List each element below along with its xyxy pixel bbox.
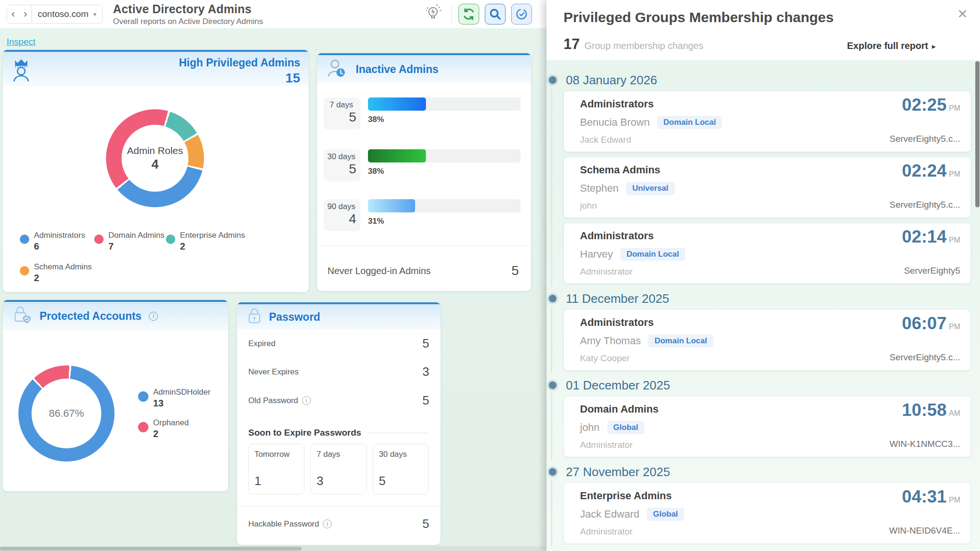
search-button[interactable]: [485, 4, 506, 24]
timeline-dot-icon: [549, 468, 556, 476]
nav-arrows: ‹ ›: [7, 5, 32, 24]
membership-change-card[interactable]: Administrators Harvey Domain Local Admin…: [564, 223, 971, 284]
admin-crown-icon: [11, 58, 32, 84]
legend-dot-orphaned: [138, 422, 148, 432]
divider: [237, 506, 441, 506]
timeline-dot-icon: [549, 295, 556, 302]
timeline-date: 11 December 2025: [547, 289, 980, 308]
horizontal-scrollbar-thumb[interactable]: [0, 547, 302, 551]
panel-title: Privileged Groups Membership changes: [564, 9, 963, 25]
card-title: Password: [269, 311, 320, 324]
page-header: ‹ › contoso.com ▾ Active Directory Admin…: [0, 0, 547, 28]
vertical-scrollbar-thumb[interactable]: [975, 61, 980, 207]
legend-item[interactable]: Administrators 6: [20, 231, 94, 252]
password-expired-row[interactable]: Expired 5: [248, 336, 429, 351]
horizontal-scrollbar[interactable]: [0, 546, 547, 551]
toolbar-divider: [451, 5, 452, 24]
scheduled-reports-button[interactable]: [511, 4, 532, 24]
refresh-button[interactable]: [458, 4, 479, 24]
inactive-row-7-days[interactable]: 7 days 5 38%: [324, 97, 521, 130]
changes-count: 17: [564, 36, 580, 53]
arrow-right-icon: ▸: [932, 42, 936, 50]
bar-fill-90-days: [368, 199, 415, 212]
change-time: 10:58: [902, 400, 947, 420]
inactive-admins-card[interactable]: Inactive Admins 7 days 5 38%: [317, 53, 531, 291]
membership-change-card[interactable]: Domain Admins john Global Administrator …: [564, 397, 971, 457]
page-title: Active Directory Admins: [113, 2, 263, 16]
donut-legend: Administrators 6 Domain Admins 7 Enterpr…: [20, 231, 293, 284]
protected-accounts-donut-chart[interactable]: 86.67%: [18, 365, 114, 462]
divider: [317, 246, 531, 246]
high-privileged-admins-card[interactable]: High Privileged Admins 15 Admin Roles 4 …: [3, 50, 309, 292]
protected-accounts-card[interactable]: Protected Accounts i 86.67% AdminSDHolde…: [3, 300, 228, 491]
info-icon[interactable]: i: [302, 396, 311, 405]
bar-fill-30-days: [368, 149, 426, 162]
domain-selector[interactable]: contoso.com ▾: [32, 5, 103, 24]
membership-change-card[interactable]: Enterprise Admins Jack Edward Global Adm…: [564, 483, 971, 543]
member-name: Stephen: [580, 182, 619, 194]
membership-change-card[interactable]: Administrators Benucia Brown Domain Loca…: [564, 91, 971, 152]
inactive-row-90-days[interactable]: 90 days 4 31%: [324, 199, 521, 231]
screen: ‹ › contoso.com ▾ Active Directory Admin…: [0, 0, 980, 551]
membership-change-card[interactable]: Schema Admins Stephen Universal john 02:…: [564, 157, 971, 218]
host-name: ServerEighty5.c...: [890, 134, 960, 144]
timeline-scroll-area[interactable]: 08 January 2026 Administrators Benucia B…: [547, 60, 980, 551]
soon-30-days-card[interactable]: 30 days 5: [373, 444, 429, 494]
host-name: ServerEighty5.c...: [890, 200, 960, 210]
explore-full-report-link[interactable]: Explore full report▸: [847, 41, 936, 51]
host-name: WIN-K1NMCC3...: [890, 439, 960, 449]
legend-item[interactable]: Schema Admins 2: [20, 262, 94, 284]
legend-item[interactable]: AdminSDHolder 13: [138, 388, 211, 409]
legend-item[interactable]: Domain Admins 7: [94, 231, 166, 252]
inspect-link[interactable]: Inspect: [7, 37, 35, 47]
insights-idea-icon[interactable]: [424, 4, 443, 24]
hackable-password-row[interactable]: Hackable Password i 5: [248, 517, 429, 531]
member-name: Amy Thomas: [580, 335, 641, 347]
inactive-user-icon: [327, 58, 348, 80]
timeline-group: 08 January 2026 Administrators Benucia B…: [547, 71, 980, 284]
card-title: Inactive Admins: [356, 63, 439, 76]
host-name: ServerEighty5.c...: [890, 352, 960, 363]
info-icon[interactable]: i: [149, 312, 158, 321]
back-button[interactable]: ‹: [7, 5, 19, 23]
password-old-row[interactable]: Old Password i 5: [248, 393, 429, 408]
scope-badge: Domain Local: [621, 248, 685, 261]
legend-dot-schema-admins: [20, 266, 29, 276]
close-icon[interactable]: ✕: [957, 7, 968, 22]
forward-button[interactable]: ›: [19, 5, 32, 23]
member-name: Jack Edward: [580, 508, 639, 520]
dashboard-content: Inspect High Privileged Admins 15: [0, 28, 547, 551]
change-time: 02:25: [902, 95, 947, 114]
host-name: ServerEighty5: [904, 266, 960, 276]
domain-label: contoso.com: [38, 9, 89, 19]
password-never-expires-row[interactable]: Never Expires 3: [248, 365, 429, 379]
donut-center-value: 4: [151, 157, 158, 172]
admin-roles-donut-chart[interactable]: Admin Roles 4: [106, 109, 204, 207]
scope-badge: Global: [607, 421, 645, 434]
membership-changes-panel: Privileged Groups Membership changes ✕ 1…: [547, 0, 980, 551]
inactive-row-30-days[interactable]: 30 days 5 38%: [324, 149, 521, 181]
never-logged-in-row[interactable]: Never Logged-in Admins 5: [327, 263, 519, 278]
title-block: Active Directory Admins Overall reports …: [113, 2, 263, 26]
legend-item[interactable]: Enterprise Admins 2: [166, 231, 260, 252]
timeline-dot-icon: [549, 381, 556, 389]
scope-badge: Domain Local: [648, 334, 713, 348]
password-card[interactable]: Password Expired 5 Never Expires 3 Old P…: [237, 302, 441, 545]
donut-legend: AdminSDHolder 13 Orphaned 2: [138, 388, 211, 439]
soon-to-expire-heading: Soon to Expire Passwords: [248, 428, 429, 438]
donut-center-label: Admin Roles: [127, 145, 183, 156]
high-privileged-total: 15: [179, 71, 300, 86]
soon-7-days-card[interactable]: 7 days 3: [310, 444, 367, 494]
card-title: High Privileged Admins: [179, 57, 300, 69]
card-header: Password: [237, 302, 441, 330]
timeline-group: 01 December 2025 Domain Admins john Glob…: [547, 376, 980, 457]
scope-badge: Domain Local: [657, 116, 722, 129]
membership-change-card[interactable]: Administrators Amy Thomas Domain Local K…: [564, 310, 971, 370]
change-time: 04:31: [902, 487, 947, 506]
legend-item[interactable]: Orphaned 2: [138, 418, 211, 439]
scope-badge: Universal: [626, 182, 675, 195]
info-icon[interactable]: i: [323, 519, 332, 528]
lock-shield-icon: [12, 305, 32, 327]
soon-tomorrow-card[interactable]: Tomorrow 1: [248, 444, 304, 494]
card-header: Inactive Admins: [317, 53, 531, 83]
